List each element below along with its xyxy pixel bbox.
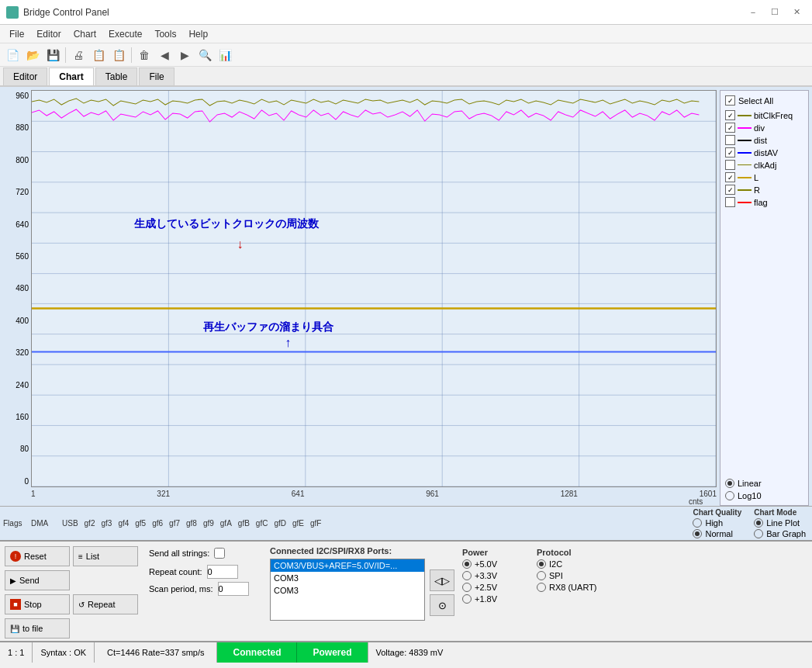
quality-high-radio[interactable] [693,518,702,528]
power-5v-row[interactable]: +5.0V [462,559,532,569]
legend-item-L[interactable]: ✓ L [725,172,803,182]
mode-lineplot-row[interactable]: Line Plot [754,518,806,528]
send-all-row[interactable]: Send all strings: [149,548,265,559]
menu-file[interactable]: File [3,27,30,41]
y-label-240: 240 [3,381,31,389]
mode-bargraph-radio[interactable] [754,529,763,538]
stop-button[interactable]: ■ Stop [5,594,70,614]
arrow-circle-button[interactable]: ⊙ [430,594,454,616]
ctrl-btn-group: ! Reset ≡ List ▶ Send ■ Stop ↺ Repeat [5,546,144,639]
send-button[interactable]: ▶ Send [5,570,70,590]
tb-new[interactable]: 📄 [3,46,22,64]
legend-check-bitclkfreq[interactable]: ✓ [725,110,735,120]
scale-log10-row[interactable]: Log10 [725,491,803,500]
tab-table[interactable]: Table [95,67,138,85]
flags-row1: Flags DMA USB gf2 gf3 gf4 gf5 gf6 gf7 gf… [3,519,693,528]
repeat-button[interactable]: ↺ Repeat [73,594,138,614]
legend-item-div[interactable]: ✓ div [725,123,803,133]
tab-file[interactable]: File [139,67,174,85]
proto-i2c-label: I2C [549,559,562,569]
tab-editor[interactable]: Editor [3,67,47,85]
gfE-label: gfE [292,519,304,528]
power-5v-radio[interactable] [462,559,472,569]
port-listbox[interactable]: COM3/VBUS+AREF=5.0V/ID=... COM3 COM3 [270,559,425,621]
menu-execute[interactable]: Execute [102,27,148,41]
scale-linear-row[interactable]: Linear [725,479,803,488]
tofile-button[interactable]: 💾 to file [5,618,70,639]
repeat-count-input[interactable] [207,565,238,579]
tb-open[interactable]: 📂 [23,46,42,64]
legend-check-L[interactable]: ✓ [725,172,735,182]
tb-clear[interactable]: 🗑 [135,46,154,64]
proto-i2c-row[interactable]: I2C [537,559,614,569]
proto-i2c-radio[interactable] [537,559,546,569]
quality-normal-row[interactable]: Normal [693,529,741,538]
minimize-button[interactable]: − [744,5,762,20]
close-button[interactable]: ✕ [787,5,806,20]
maximize-button[interactable]: ☐ [765,5,784,20]
quality-normal-radio[interactable] [693,529,702,538]
power-3v-row[interactable]: +3.3V [462,571,532,580]
chart-area[interactable]: 生成しているビットクロックの周波数 ↓ 再生バッファの溜まり具合 ↑ [31,90,717,487]
port-item-2[interactable]: COM3 [271,584,424,597]
tb-left[interactable]: ◀ [155,46,174,64]
x-label-321: 321 [157,490,170,498]
quality-high-row[interactable]: High [693,518,741,528]
proto-spi-radio[interactable] [537,571,546,580]
port-item-1[interactable]: COM3 [271,572,424,584]
proto-rx8-radio[interactable] [537,583,546,592]
scan-period-input[interactable] [218,582,249,596]
gf2-label: gf2 [85,519,95,528]
y-label-0: 0 [3,477,31,486]
legend-check-R[interactable]: ✓ [725,185,735,195]
select-all-row[interactable]: ✓ Select All [725,95,803,106]
menu-chart[interactable]: Chart [67,27,102,41]
legend-item-flag[interactable]: flag [725,197,803,207]
power-1v8-row[interactable]: +1.8V [462,594,532,604]
arrow-lr-button[interactable]: ◁▷ [430,569,454,591]
mode-bargraph-label: Bar Graph [766,529,806,538]
menu-help[interactable]: Help [182,27,214,41]
mode-lineplot-radio[interactable] [754,518,763,528]
legend-check-clkadj[interactable] [725,160,735,170]
legend-check-dist[interactable] [725,135,735,145]
power-2v5-radio[interactable] [462,583,472,592]
tb-zoom[interactable]: 🔍 [195,46,214,64]
power-3v-radio[interactable] [462,571,472,580]
select-all-checkbox[interactable]: ✓ [725,95,735,106]
list-button[interactable]: ≡ List [73,546,138,566]
legend-check-div[interactable]: ✓ [725,123,735,133]
reset-label: Reset [24,552,47,561]
gf7-label: gf7 [169,519,180,528]
proto-spi-row[interactable]: SPI [537,571,614,580]
port-item-0[interactable]: COM3/VBUS+AREF=5.0V/ID=... [271,559,424,572]
tab-chart[interactable]: Chart [49,67,93,85]
legend-check-distav[interactable]: ✓ [725,147,735,157]
tb-print[interactable]: 🖨 [69,46,88,64]
reset-button[interactable]: ! Reset [5,546,70,566]
tb-right[interactable]: ▶ [175,46,194,64]
legend-item-clkadj[interactable]: clkAdj [725,160,803,170]
tofile-label: to file [22,624,43,633]
legend-item-dist[interactable]: dist [725,135,803,145]
mode-bargraph-row[interactable]: Bar Graph [754,529,806,538]
send-all-checkbox[interactable] [214,548,225,559]
menu-tools[interactable]: Tools [148,27,182,41]
tb-save[interactable]: 💾 [43,46,62,64]
proto-rx8-row[interactable]: RX8 (UART) [537,583,614,592]
scale-log10-radio[interactable] [725,491,734,500]
power-1v8-radio[interactable] [462,594,472,604]
scale-linear-radio[interactable] [725,479,734,488]
x-label-1: 1 [31,490,36,498]
tb-chart[interactable]: 📊 [216,46,234,64]
legend-label-clkadj: clkAdj [754,161,776,170]
tb-copy[interactable]: 📋 [89,46,108,64]
mode-lineplot-label: Line Plot [766,518,800,528]
legend-check-flag[interactable] [725,197,735,207]
legend-item-R[interactable]: ✓ R [725,185,803,195]
tb-paste[interactable]: 📋 [109,46,128,64]
power-2v5-row[interactable]: +2.5V [462,583,532,592]
legend-item-bitclkfreq[interactable]: ✓ bitClkFreq [725,110,803,120]
menu-editor[interactable]: Editor [30,27,67,41]
legend-item-distav[interactable]: ✓ distAV [725,147,803,157]
